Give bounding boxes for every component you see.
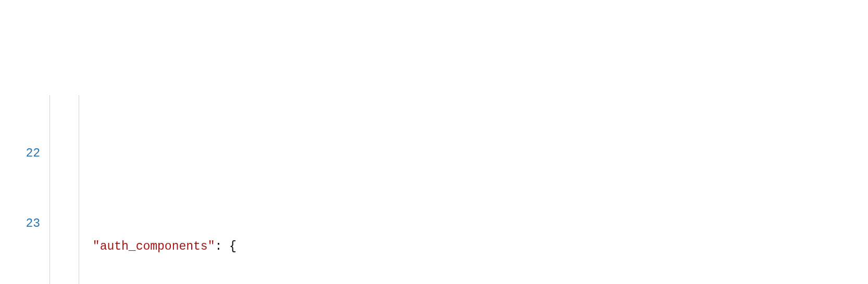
code-line-22: "auth_components": {: [49, 235, 868, 259]
code-viewer: 22 23 24 25 26 27 28 29 30 31 32 33 "aut…: [0, 93, 868, 284]
line-number: 24: [0, 282, 40, 284]
line-number: 23: [0, 212, 40, 236]
code-content[interactable]: "auth_components": { "type": "oauth2", "…: [49, 93, 868, 284]
line-number: 22: [0, 142, 40, 165]
line-number-gutter: 22 23 24 25 26 27 28 29 30 31 32 33: [0, 93, 49, 284]
